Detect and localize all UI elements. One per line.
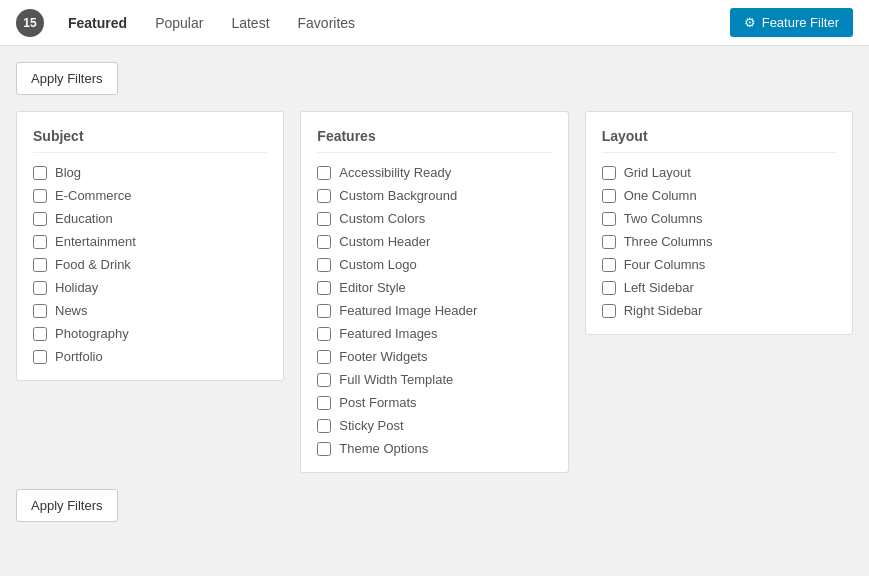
layout-checkbox-0[interactable] <box>602 166 616 180</box>
features-checkbox-list: Accessibility ReadyCustom BackgroundCust… <box>317 165 551 456</box>
layout-panel-title: Layout <box>602 128 836 153</box>
list-item: Right Sidebar <box>602 303 836 318</box>
subject-checkbox-0[interactable] <box>33 166 47 180</box>
features-label-1[interactable]: Custom Background <box>339 188 457 203</box>
tab-featured[interactable]: Featured <box>56 9 139 37</box>
features-label-0[interactable]: Accessibility Ready <box>339 165 451 180</box>
subject-checkbox-7[interactable] <box>33 327 47 341</box>
subject-checkbox-8[interactable] <box>33 350 47 364</box>
layout-label-3[interactable]: Three Columns <box>624 234 713 249</box>
subject-label-6[interactable]: News <box>55 303 88 318</box>
layout-label-5[interactable]: Left Sidebar <box>624 280 694 295</box>
list-item: Post Formats <box>317 395 551 410</box>
features-label-11[interactable]: Sticky Post <box>339 418 403 433</box>
features-checkbox-11[interactable] <box>317 419 331 433</box>
tab-favorites[interactable]: Favorites <box>286 9 368 37</box>
list-item: E-Commerce <box>33 188 267 203</box>
features-checkbox-12[interactable] <box>317 442 331 456</box>
list-item: Featured Image Header <box>317 303 551 318</box>
features-checkbox-1[interactable] <box>317 189 331 203</box>
layout-label-4[interactable]: Four Columns <box>624 257 706 272</box>
features-label-9[interactable]: Full Width Template <box>339 372 453 387</box>
features-label-7[interactable]: Featured Images <box>339 326 437 341</box>
list-item: Featured Images <box>317 326 551 341</box>
list-item: Education <box>33 211 267 226</box>
list-item: Blog <box>33 165 267 180</box>
layout-label-0[interactable]: Grid Layout <box>624 165 691 180</box>
layout-checkbox-5[interactable] <box>602 281 616 295</box>
theme-count-badge: 15 <box>16 9 44 37</box>
feature-filter-label: Feature Filter <box>762 15 839 30</box>
features-label-3[interactable]: Custom Header <box>339 234 430 249</box>
subject-checkbox-2[interactable] <box>33 212 47 226</box>
features-checkbox-7[interactable] <box>317 327 331 341</box>
list-item: Accessibility Ready <box>317 165 551 180</box>
tab-popular[interactable]: Popular <box>143 9 215 37</box>
features-label-6[interactable]: Featured Image Header <box>339 303 477 318</box>
layout-checkbox-4[interactable] <box>602 258 616 272</box>
list-item: Theme Options <box>317 441 551 456</box>
subject-checkbox-4[interactable] <box>33 258 47 272</box>
subject-label-7[interactable]: Photography <box>55 326 129 341</box>
layout-checkbox-3[interactable] <box>602 235 616 249</box>
layout-checkbox-6[interactable] <box>602 304 616 318</box>
features-checkbox-10[interactable] <box>317 396 331 410</box>
layout-label-1[interactable]: One Column <box>624 188 697 203</box>
features-checkbox-0[interactable] <box>317 166 331 180</box>
subject-label-8[interactable]: Portfolio <box>55 349 103 364</box>
features-label-8[interactable]: Footer Widgets <box>339 349 427 364</box>
features-checkbox-3[interactable] <box>317 235 331 249</box>
features-label-10[interactable]: Post Formats <box>339 395 416 410</box>
subject-panel: Subject BlogE-CommerceEducationEntertain… <box>16 111 284 381</box>
features-checkbox-6[interactable] <box>317 304 331 318</box>
nav-tabs: Featured Popular Latest Favorites <box>56 9 730 37</box>
list-item: Custom Header <box>317 234 551 249</box>
layout-checkbox-list: Grid LayoutOne ColumnTwo ColumnsThree Co… <box>602 165 836 318</box>
features-checkbox-4[interactable] <box>317 258 331 272</box>
layout-checkbox-1[interactable] <box>602 189 616 203</box>
subject-label-3[interactable]: Entertainment <box>55 234 136 249</box>
features-label-2[interactable]: Custom Colors <box>339 211 425 226</box>
subject-checkbox-5[interactable] <box>33 281 47 295</box>
layout-panel: Layout Grid LayoutOne ColumnTwo ColumnsT… <box>585 111 853 335</box>
list-item: Food & Drink <box>33 257 267 272</box>
layout-label-6[interactable]: Right Sidebar <box>624 303 703 318</box>
features-panel: Features Accessibility ReadyCustom Backg… <box>300 111 568 473</box>
features-label-12[interactable]: Theme Options <box>339 441 428 456</box>
subject-panel-title: Subject <box>33 128 267 153</box>
list-item: Left Sidebar <box>602 280 836 295</box>
list-item: Custom Colors <box>317 211 551 226</box>
subject-checkbox-1[interactable] <box>33 189 47 203</box>
list-item: Grid Layout <box>602 165 836 180</box>
features-label-4[interactable]: Custom Logo <box>339 257 416 272</box>
list-item: Photography <box>33 326 267 341</box>
features-checkbox-5[interactable] <box>317 281 331 295</box>
subject-label-4[interactable]: Food & Drink <box>55 257 131 272</box>
apply-filters-bottom-button[interactable]: Apply Filters <box>16 489 118 522</box>
filter-panels: Subject BlogE-CommerceEducationEntertain… <box>16 111 853 473</box>
list-item: Three Columns <box>602 234 836 249</box>
apply-filters-top-button[interactable]: Apply Filters <box>16 62 118 95</box>
list-item: Holiday <box>33 280 267 295</box>
list-item: Sticky Post <box>317 418 551 433</box>
subject-checkbox-6[interactable] <box>33 304 47 318</box>
list-item: Custom Background <box>317 188 551 203</box>
subject-label-1[interactable]: E-Commerce <box>55 188 132 203</box>
features-label-5[interactable]: Editor Style <box>339 280 405 295</box>
list-item: One Column <box>602 188 836 203</box>
subject-checkbox-3[interactable] <box>33 235 47 249</box>
features-checkbox-8[interactable] <box>317 350 331 364</box>
subject-label-2[interactable]: Education <box>55 211 113 226</box>
gear-icon <box>744 15 756 30</box>
features-checkbox-9[interactable] <box>317 373 331 387</box>
subject-checkbox-list: BlogE-CommerceEducationEntertainmentFood… <box>33 165 267 364</box>
features-checkbox-2[interactable] <box>317 212 331 226</box>
layout-checkbox-2[interactable] <box>602 212 616 226</box>
list-item: Four Columns <box>602 257 836 272</box>
subject-label-5[interactable]: Holiday <box>55 280 98 295</box>
subject-label-0[interactable]: Blog <box>55 165 81 180</box>
tab-latest[interactable]: Latest <box>219 9 281 37</box>
feature-filter-button[interactable]: Feature Filter <box>730 8 853 37</box>
list-item: Editor Style <box>317 280 551 295</box>
layout-label-2[interactable]: Two Columns <box>624 211 703 226</box>
